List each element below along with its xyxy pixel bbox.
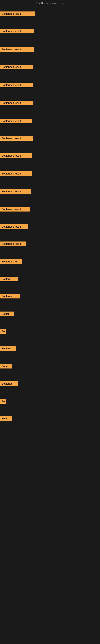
bottleneck-result-item[interactable]: Bottleneck result bbox=[0, 119, 32, 123]
bottleneck-result-item[interactable]: Bottlen bbox=[0, 346, 16, 351]
bottleneck-result-item[interactable]: Bottleneck result bbox=[0, 224, 28, 229]
bottleneck-result-item[interactable]: Bo bbox=[0, 399, 6, 404]
bottleneck-result-item[interactable]: Bottle bbox=[0, 416, 12, 421]
bottleneck-result-item[interactable]: Bottleneck result bbox=[0, 64, 33, 69]
bottleneck-result-item[interactable]: Bottlenec bbox=[0, 381, 18, 386]
bottleneck-result-item[interactable]: Bottleneck result bbox=[0, 171, 32, 176]
site-title: TheBottlenecker.com bbox=[0, 0, 100, 6]
bottleneck-result-item[interactable]: Bottleneck result bbox=[0, 83, 33, 87]
bottleneck-result-item[interactable]: Bo bbox=[0, 329, 6, 334]
bottleneck-result-item[interactable]: Bottleneck result bbox=[0, 136, 33, 141]
bottleneck-result-item[interactable]: Bottleneck re bbox=[0, 259, 22, 264]
bottleneck-result-item[interactable]: Bottleneck result bbox=[0, 207, 30, 212]
bottleneck-result-item[interactable]: Bottleneck r bbox=[0, 294, 20, 298]
bottleneck-result-item[interactable]: Bottleneck result bbox=[0, 29, 34, 34]
bottleneck-result-item[interactable]: Botte bbox=[0, 364, 12, 368]
bottleneck-result-item[interactable]: Bottleneck result bbox=[0, 242, 26, 246]
bottleneck-result-item[interactable]: Bottleneck result bbox=[0, 153, 32, 158]
bottleneck-result-item[interactable]: Bottleneck result bbox=[0, 47, 34, 52]
bottleneck-result-item[interactable]: Bottleneck result bbox=[0, 100, 33, 105]
bottleneck-result-item[interactable]: Bottleneck result bbox=[0, 12, 35, 16]
bottleneck-result-item[interactable]: Bottleneck result bbox=[0, 189, 31, 194]
bottleneck-result-item[interactable]: Bottler bbox=[0, 312, 14, 316]
bottleneck-result-item[interactable]: Bottlene bbox=[0, 277, 18, 281]
